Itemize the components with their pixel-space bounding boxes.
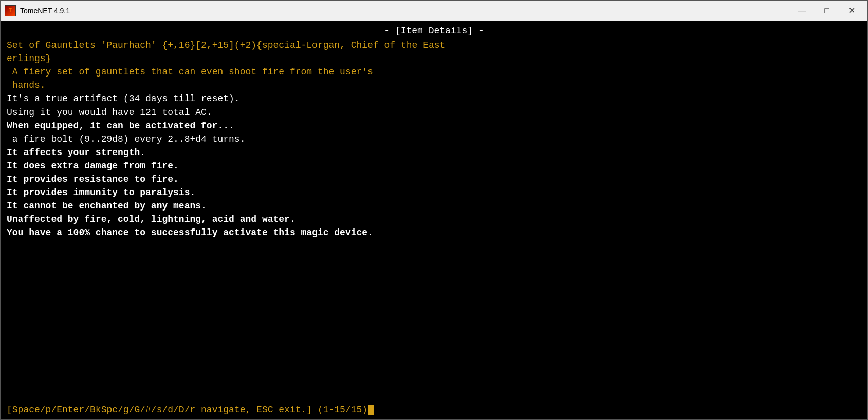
artifact-info-line: It's a true artifact (34 days till reset… [7,92,861,105]
terminal-cursor [368,405,374,415]
activate-chance-line: You have a 100% chance to successfully a… [7,226,861,239]
maximize-button[interactable]: □ [815,3,839,19]
ac-info-line: Using it you would have 121 total AC. [7,106,861,119]
close-button[interactable]: ✕ [840,3,863,19]
unaffected-line: Unaffected by fire, cold, lightning, aci… [7,213,861,226]
window-controls: — □ ✕ [790,3,863,19]
item-details-header: - [Item Details] - [7,24,861,37]
window-title: TomeNET 4.9.1 [20,7,790,15]
item-name-line-1: Set of Gauntlets 'Paurhach' {+,16}[2,+15… [7,39,861,52]
status-bar: [Space/p/Enter/BkSpc/g/G/#/s/d/D/r navig… [1,403,867,419]
extra-damage-line: It does extra damage from fire. [7,159,861,173]
item-name-line-2: erlings} [7,52,861,65]
fire-bolt-line: a fire bolt (9..29d8) every 2..8+d4 turn… [7,132,861,146]
enchant-line: It cannot be enchanted by any means. [7,199,861,213]
title-bar: T TomeNET 4.9.1 — □ ✕ [1,1,867,21]
description-line-1: A fiery set of gauntlets that can even s… [7,65,861,79]
navigation-hint: [Space/p/Enter/BkSpc/g/G/#/s/d/D/r navig… [7,405,367,415]
app-icon: T [5,5,16,16]
activation-header-line: When equipped, it can be activated for..… [7,119,861,132]
strength-line: It affects your strength. [7,146,861,159]
terminal-display: - [Item Details] - Set of Gauntlets 'Pau… [1,21,867,403]
application-window: T TomeNET 4.9.1 — □ ✕ - [Item Details] -… [0,0,868,420]
immunity-line: It provides immunity to paralysis. [7,186,861,199]
description-line-2: hands. [7,79,861,92]
minimize-button[interactable]: — [790,3,814,19]
resistance-line: It provides resistance to fire. [7,173,861,186]
